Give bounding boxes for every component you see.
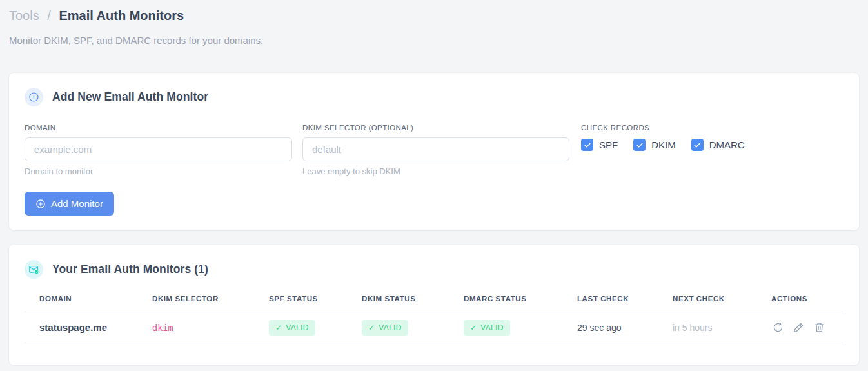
- page-title: Email Auth Monitors: [59, 8, 184, 23]
- dmarc-status-badge: ✓ VALID: [464, 320, 510, 336]
- col-header-dmarc-status: DMARC STATUS: [464, 295, 577, 303]
- add-monitor-form: DOMAIN Domain to monitor DKIM SELECTOR (…: [25, 124, 843, 176]
- col-header-domain: DOMAIN: [39, 295, 152, 303]
- dkim-status-badge: ✓ VALID: [362, 320, 408, 336]
- dmarc-status-cell: ✓ VALID: [464, 320, 577, 336]
- monitors-card-header: Your Email Auth Monitors (1): [25, 260, 843, 279]
- check-icon: ✓: [470, 323, 477, 332]
- page-header: Tools / Email Auth Monitors Monitor DKIM…: [0, 0, 868, 46]
- breadcrumb-separator: /: [47, 8, 51, 23]
- plus-circle-icon: [35, 199, 46, 209]
- check-icon: ✓: [275, 323, 282, 332]
- add-monitor-button-label: Add Monitor: [51, 198, 103, 209]
- spf-status-cell: ✓ VALID: [269, 320, 362, 336]
- monitors-card-title: Your Email Auth Monitors (1): [52, 263, 208, 276]
- col-header-dkim-selector: DKIM SELECTOR: [152, 295, 269, 303]
- col-header-dkim-status: DKIM STATUS: [362, 295, 464, 303]
- dmarc-checkbox-option[interactable]: DMARC: [691, 139, 745, 151]
- email-check-icon: [25, 260, 43, 279]
- monitors-card: Your Email Auth Monitors (1) DOMAIN DKIM…: [9, 245, 859, 365]
- edit-button[interactable]: [792, 321, 805, 334]
- monitors-table: DOMAIN DKIM SELECTOR SPF STATUS DKIM STA…: [25, 295, 843, 343]
- monitor-dkim-selector: dkim: [152, 323, 269, 333]
- dkim-status-cell: ✓ VALID: [362, 320, 464, 336]
- col-header-actions: ACTIONS: [771, 295, 843, 303]
- table-header-row: DOMAIN DKIM SELECTOR SPF STATUS DKIM STA…: [25, 295, 843, 312]
- dkim-checkbox-checked-icon[interactable]: [633, 139, 646, 151]
- dkim-selector-field-group: DKIM SELECTOR (OPTIONAL) Leave empty to …: [302, 124, 569, 176]
- monitor-domain: statuspage.me: [39, 322, 152, 333]
- monitor-next-check: in 5 hours: [673, 323, 771, 333]
- domain-field-label: DOMAIN: [25, 124, 292, 132]
- plus-circle-icon: [25, 88, 43, 106]
- check-icon: ✓: [368, 323, 375, 332]
- check-records-group: CHECK RECORDS SPF DKIM: [581, 124, 745, 176]
- spf-status-badge: ✓ VALID: [269, 320, 315, 336]
- dkim-selector-input[interactable]: [302, 137, 569, 161]
- check-records-label: CHECK RECORDS: [581, 124, 745, 132]
- domain-field-helper: Domain to monitor: [25, 166, 292, 176]
- add-monitor-button[interactable]: Add Monitor: [25, 192, 114, 216]
- monitor-last-check: 29 sec ago: [577, 323, 673, 333]
- check-records-options: SPF DKIM DMARC: [581, 139, 745, 151]
- monitor-actions: [771, 321, 843, 334]
- spf-checkbox-checked-icon[interactable]: [581, 139, 593, 151]
- domain-input[interactable]: [25, 137, 292, 161]
- col-header-spf-status: SPF STATUS: [269, 295, 362, 303]
- refresh-button[interactable]: [771, 321, 785, 334]
- add-monitor-card-title: Add New Email Auth Monitor: [52, 90, 208, 104]
- domain-field-group: DOMAIN Domain to monitor: [25, 124, 292, 176]
- dmarc-checkbox-label: DMARC: [709, 139, 745, 150]
- col-header-next-check: NEXT CHECK: [673, 295, 771, 303]
- dmarc-status-text: VALID: [480, 323, 503, 332]
- breadcrumb-tools-link[interactable]: Tools: [9, 8, 39, 23]
- dkim-checkbox-option[interactable]: DKIM: [633, 139, 676, 151]
- col-header-last-check: LAST CHECK: [577, 295, 673, 303]
- spf-checkbox-option[interactable]: SPF: [581, 139, 618, 151]
- add-monitor-card: Add New Email Auth Monitor DOMAIN Domain…: [9, 73, 859, 230]
- table-row: statuspage.me dkim ✓ VALID ✓ VALID ✓ VAL…: [25, 312, 843, 343]
- spf-status-text: VALID: [286, 323, 308, 332]
- dkim-selector-field-label: DKIM SELECTOR (OPTIONAL): [302, 124, 569, 132]
- dkim-selector-field-helper: Leave empty to skip DKIM: [302, 166, 569, 176]
- page-subtitle: Monitor DKIM, SPF, and DMARC records for…: [9, 35, 859, 46]
- spf-checkbox-label: SPF: [599, 139, 618, 150]
- pencil-icon: [793, 322, 804, 333]
- delete-button[interactable]: [813, 321, 826, 334]
- add-monitor-card-header: Add New Email Auth Monitor: [25, 88, 843, 106]
- breadcrumb: Tools / Email Auth Monitors: [9, 7, 859, 24]
- refresh-icon: [773, 322, 784, 333]
- trash-icon: [814, 322, 825, 333]
- dkim-status-text: VALID: [379, 323, 401, 332]
- dkim-checkbox-label: DKIM: [651, 139, 676, 150]
- dmarc-checkbox-checked-icon[interactable]: [691, 139, 704, 151]
